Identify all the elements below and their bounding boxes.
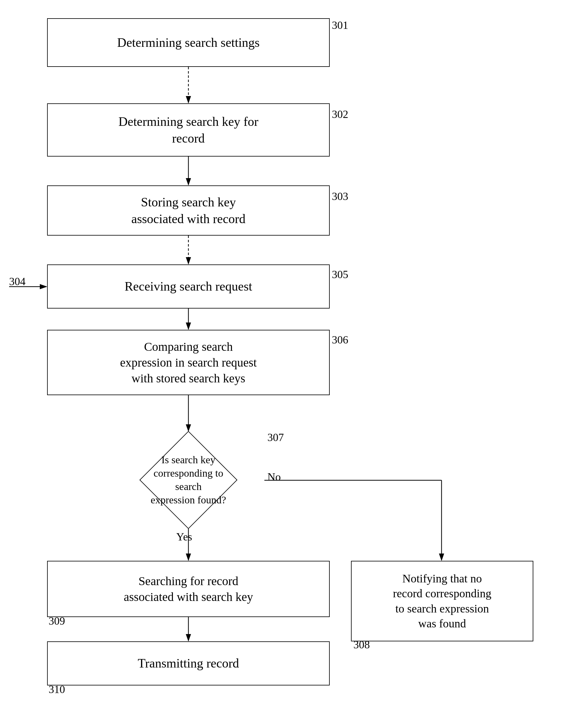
ref-302: 302 <box>332 108 348 121</box>
box-309: Searching for record associated with sea… <box>47 561 330 617</box>
ref-304: 304 <box>9 275 25 288</box>
box-306: Comparing search expression in search re… <box>47 330 330 395</box>
ref-303: 303 <box>332 190 348 203</box>
flowchart-diagram: Determining search settings 301 Determin… <box>0 0 571 728</box>
ref-307: 307 <box>267 431 284 444</box>
ref-308: 308 <box>353 638 370 651</box>
diamond-text: Is search keycorresponding to searchexpr… <box>146 453 231 507</box>
box-302: Determining search key for record <box>47 103 330 157</box>
box-308: Notifying that no record corresponding t… <box>351 561 533 641</box>
diamond-307: Is search keycorresponding to searchexpr… <box>112 431 264 529</box>
box-301: Determining search settings <box>47 18 330 67</box>
box-305: Receiving search request <box>47 265 330 309</box>
ref-310: 310 <box>48 683 65 696</box>
yes-label: Yes <box>176 530 192 543</box>
box-303: Storing search key associated with recor… <box>47 185 330 235</box>
box-310: Transmitting record <box>47 641 330 686</box>
no-label: No <box>267 471 281 483</box>
ref-301: 301 <box>332 19 348 32</box>
ref-305: 305 <box>332 268 348 281</box>
ref-309: 309 <box>48 615 65 627</box>
ref-306: 306 <box>332 333 348 346</box>
